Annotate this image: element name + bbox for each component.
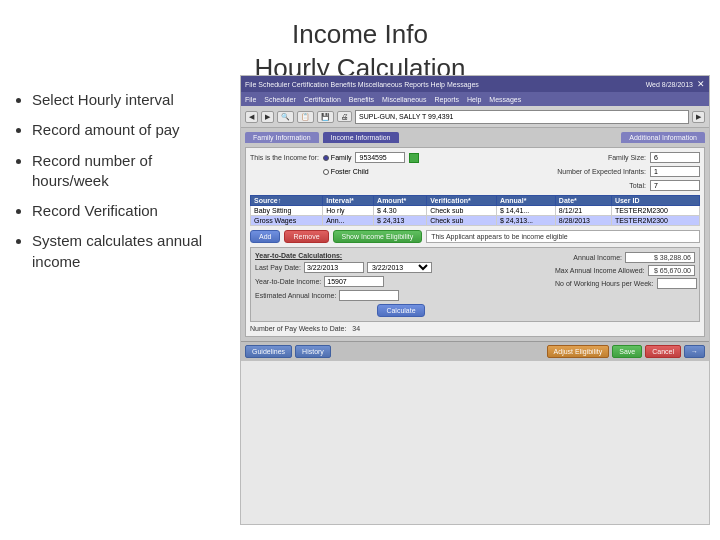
- save-button[interactable]: Save: [612, 345, 642, 358]
- total-row: Total: 7: [250, 180, 700, 191]
- cell-annual-2: $ 24,313...: [496, 216, 555, 226]
- cell-source-1: Baby Sitting: [251, 206, 323, 216]
- menu-scheduler[interactable]: Scheduler: [264, 96, 296, 103]
- menu-file[interactable]: File: [245, 96, 256, 103]
- add-button[interactable]: Add: [250, 230, 280, 243]
- cell-date-1: 8/12/21: [555, 206, 611, 216]
- total-value[interactable]: 7: [650, 180, 700, 191]
- col-verification: Verification*: [427, 196, 497, 206]
- cell-verification-2: Check sub: [427, 216, 497, 226]
- annual-income-row: Annual Income: $ 38,288.06: [555, 252, 695, 263]
- menu-reports[interactable]: Reports: [434, 96, 459, 103]
- toolbar-icon-6[interactable]: 🖨: [337, 111, 352, 122]
- cancel-button[interactable]: Cancel: [645, 345, 681, 358]
- col-userid: User ID: [611, 196, 699, 206]
- col-annual: Annual*: [496, 196, 555, 206]
- foster-radio-option[interactable]: Foster Child: [323, 168, 369, 175]
- cell-interval-1: Ho rly: [323, 206, 374, 216]
- guidelines-button[interactable]: Guidelines: [245, 345, 292, 358]
- estimated-income-row: Estimated Annual Income:: [255, 290, 547, 301]
- app-menubar: File Scheduler Certification Benefits Mi…: [241, 92, 709, 106]
- income-for-row: This is the Income for: Family 9534595 F…: [250, 152, 700, 163]
- menu-messages[interactable]: Messages: [489, 96, 521, 103]
- bullet-item-3: Record number of hours/week: [32, 151, 210, 192]
- pay-weeks-label: Number of Pay Weeks to Date:: [250, 325, 346, 332]
- max-income-label: Max Annual Income Allowed:: [555, 267, 645, 274]
- working-hours-input[interactable]: [657, 278, 697, 289]
- show-eligibility-button[interactable]: Show Income Eligibility: [333, 230, 423, 243]
- family-size-value[interactable]: 6: [650, 152, 700, 163]
- ytd-income-row: Year-to-Date Income:: [255, 276, 547, 287]
- search-go-button[interactable]: ▶: [692, 111, 705, 123]
- toolbar-icon-4[interactable]: 📋: [297, 111, 314, 123]
- bullet-panel: Select Hourly interval Record amount of …: [10, 90, 210, 282]
- remove-button[interactable]: Remove: [284, 230, 328, 243]
- app-content: Family Information Income Information Ad…: [241, 128, 709, 341]
- history-button[interactable]: History: [295, 345, 331, 358]
- ytd-income-input[interactable]: [324, 276, 384, 287]
- tab-family-info[interactable]: Family Information: [245, 132, 319, 143]
- estimated-income-input[interactable]: [339, 290, 399, 301]
- content-area: This is the Income for: Family 9534595 F…: [245, 147, 705, 337]
- ytd-right-panel: Annual Income: $ 38,288.06 Max Annual In…: [555, 252, 695, 317]
- toolbar-icon-5[interactable]: 💾: [317, 111, 334, 123]
- arrow-button[interactable]: →: [684, 345, 705, 358]
- family-size-label: Family Size:: [608, 154, 646, 161]
- foster-radio-dot: [323, 169, 329, 175]
- last-pay-date-row: Last Pay Date: 3/22/2013: [255, 262, 547, 273]
- cell-amount-2: $ 24,313: [374, 216, 427, 226]
- app-topbar: File Scheduler Certification Benefits Mi…: [241, 76, 709, 92]
- section-tabs: Family Information Income Information Ad…: [245, 132, 705, 143]
- pay-weeks-value: 34: [352, 325, 360, 332]
- cell-verification-1: Check sub: [427, 206, 497, 216]
- table-row[interactable]: Gross Wages Ann... $ 24,313 Check sub $ …: [251, 216, 700, 226]
- last-pay-date-select[interactable]: 3/22/2013: [367, 262, 432, 273]
- adjust-eligibility-button[interactable]: Adjust Eligibility: [547, 345, 610, 358]
- bullet-item-4: Record Verification: [32, 201, 210, 221]
- cell-interval-2: Ann...: [323, 216, 374, 226]
- col-amount: Amount*: [374, 196, 427, 206]
- pay-weeks-row: Number of Pay Weeks to Date: 34: [250, 325, 700, 332]
- screenshot-panel: File Scheduler Certification Benefits Mi…: [240, 75, 710, 525]
- foster-row: This is the Income for: Foster Child Num…: [250, 166, 700, 177]
- max-income-row: Max Annual Income Allowed: $ 65,670.00: [555, 265, 695, 276]
- bullet-item-1: Select Hourly interval: [32, 90, 210, 110]
- close-icon[interactable]: ✕: [697, 79, 705, 89]
- menu-help[interactable]: Help: [467, 96, 481, 103]
- expected-infants-value[interactable]: 1: [650, 166, 700, 177]
- eligibility-message: This Applicant appears to be income elig…: [426, 230, 700, 243]
- toolbar-icon-1[interactable]: ◀: [245, 111, 258, 123]
- col-source: Source↑: [251, 196, 323, 206]
- ytd-income-label: Year-to-Date Income:: [255, 278, 321, 285]
- max-income-value: $ 65,670.00: [648, 265, 696, 276]
- family-id-field[interactable]: 9534595: [355, 152, 405, 163]
- estimated-income-label: Estimated Annual Income:: [255, 292, 336, 299]
- foster-radio-label: Foster Child: [331, 168, 369, 175]
- family-radio-option[interactable]: Family: [323, 154, 352, 161]
- working-hours-row: No of Working Hours per Week:: [555, 278, 695, 289]
- toolbar-icon-3[interactable]: 🔍: [277, 111, 294, 123]
- menu-benefits[interactable]: Benefits: [349, 96, 374, 103]
- last-pay-date-input[interactable]: [304, 262, 364, 273]
- col-date: Date*: [555, 196, 611, 206]
- cell-annual-1: $ 14,41...: [496, 206, 555, 216]
- col-interval: Interval*: [323, 196, 374, 206]
- bottom-nav-bar: Guidelines History Adjust Eligibility Sa…: [241, 341, 709, 361]
- search-input[interactable]: [355, 110, 689, 124]
- tab-income-info[interactable]: Income Information: [323, 132, 399, 143]
- annual-income-label: Annual Income:: [555, 254, 622, 261]
- table-row[interactable]: Baby Sitting Ho rly $ 4.30 Check sub $ 1…: [251, 206, 700, 216]
- calculate-button[interactable]: Calculate: [377, 304, 424, 317]
- menu-certification[interactable]: Certification: [304, 96, 341, 103]
- last-pay-date-label: Last Pay Date:: [255, 264, 301, 271]
- tab-additional-info[interactable]: Additional Information: [621, 132, 705, 143]
- menu-miscellaneous[interactable]: Miscellaneous: [382, 96, 426, 103]
- cell-source-2: Gross Wages: [251, 216, 323, 226]
- bullet-item-2: Record amount of pay: [32, 120, 210, 140]
- action-buttons-row: Add Remove Show Income Eligibility This …: [250, 230, 700, 243]
- bullet-item-5: System calculates annual income: [32, 231, 210, 272]
- toolbar-icon-2[interactable]: ▶: [261, 111, 274, 123]
- family-radio-dot: [323, 155, 329, 161]
- ytd-section: Year-to-Date Calculations: Last Pay Date…: [250, 247, 700, 322]
- working-hours-label: No of Working Hours per Week:: [555, 280, 654, 287]
